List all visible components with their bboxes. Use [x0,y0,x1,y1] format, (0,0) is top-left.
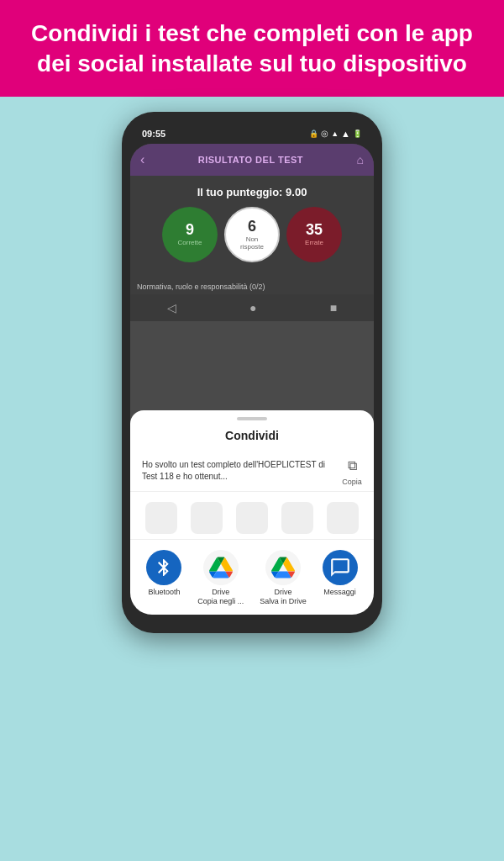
placeholder-icon-1 [145,502,177,534]
phone-nav-bar: ◁ ● ■ [130,294,374,321]
messages-icon [323,550,358,585]
correct-label: Corrette [178,239,202,247]
wrong-number: 35 [306,221,323,239]
unanswered-number: 6 [248,218,256,235]
placeholder-icon-2 [191,502,223,534]
drive-copy-icon [203,550,239,585]
share-text-row: Ho svolto un test completo dell'HOEPLICT… [130,451,374,492]
drive-copy-label: DriveCopia negli ... [197,588,244,606]
correct-number: 9 [186,221,194,239]
copy-button[interactable]: ⧉ Copia [342,456,362,486]
correct-circle: 9 Corrette [162,207,218,262]
score-area: Il tuo punteggio: 9.00 9 Corrette 6 Non … [130,176,374,279]
top-banner: Condividi i test che completi con le app… [0,0,504,97]
signal-icon: ▲ [331,129,339,138]
phone-device: 09:55 🔒 ◎ ▲ ▲ 🔋 ‹ RISULTATO DEL TEST ⌂ I… [122,112,382,633]
placeholder-icon-5 [327,502,359,534]
share-sheet: Condividi Ho svolto un test completo del… [130,410,374,615]
nav-home-button[interactable]: ● [249,301,256,314]
share-title: Condividi [130,429,374,442]
nav-back-button[interactable]: ◁ [167,301,176,314]
placeholder-icon-4 [281,502,313,534]
nav-recent-button[interactable]: ■ [330,301,337,314]
screen-title: RISULTATO DEL TEST [198,155,303,165]
home-button[interactable]: ⌂ [357,153,364,166]
unanswered-circle: 6 Non risposte [224,207,280,262]
copy-label: Copia [342,478,362,486]
status-bar: 09:55 🔒 ◎ ▲ ▲ 🔋 [130,124,374,144]
bluetooth-icon [146,550,181,585]
placeholder-icon-3 [236,502,268,534]
battery-icon: 🔋 [353,129,362,138]
unanswered-label: Non risposte [240,235,264,251]
sheet-handle [237,417,267,420]
normativa-text: Normativa, ruolo e responsabilità (0/2) [130,279,374,294]
score-title: Il tuo punteggio: 9.00 [139,186,365,198]
circle-icon: ◎ [321,129,328,138]
status-icons: 🔒 ◎ ▲ ▲ 🔋 [309,129,362,139]
drive-save-label: DriveSalva in Drive [260,588,307,606]
messages-label: Messaggi [323,588,356,597]
phone-mockup: 09:55 🔒 ◎ ▲ ▲ 🔋 ‹ RISULTATO DEL TEST ⌂ I… [0,97,504,633]
drive-save-icon [265,550,301,585]
drive-save-app[interactable]: DriveSalva in Drive [260,550,307,606]
score-circles: 9 Corrette 6 Non risposte 35 Errate [139,207,365,262]
app-icons-placeholder-row [130,497,374,540]
status-time: 09:55 [142,129,165,139]
back-button[interactable]: ‹ [140,152,144,167]
wrong-circle: 35 Errate [286,207,342,262]
wrong-label: Errate [305,239,323,247]
bluetooth-label: Bluetooth [148,588,180,597]
phone-screen: ‹ RISULTATO DEL TEST ⌂ Il tuo punteggio:… [130,144,374,615]
share-message: Ho svolto un test completo dell'HOEPLICT… [142,459,333,483]
lock-icon: 🔒 [309,129,318,138]
app-bar: ‹ RISULTATO DEL TEST ⌂ [130,144,374,176]
drive-copy-app[interactable]: DriveCopia negli ... [197,550,244,606]
banner-text: Condividi i test che completi con le app… [25,18,479,80]
bluetooth-share-app[interactable]: Bluetooth [146,550,181,606]
wifi-icon: ▲ [341,129,350,139]
share-apps-row: Bluetooth [130,545,374,608]
messages-app[interactable]: Messaggi [323,550,358,606]
copy-icon: ⧉ [342,456,362,476]
